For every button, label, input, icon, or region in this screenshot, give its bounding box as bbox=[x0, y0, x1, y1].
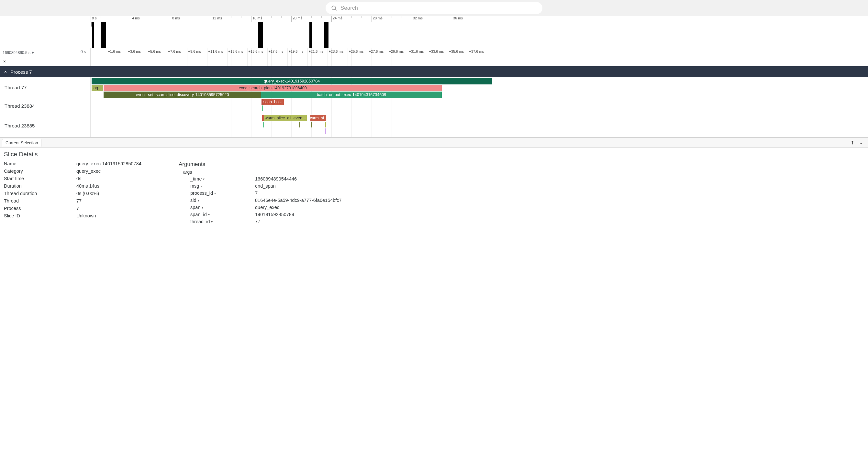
arg-key[interactable]: process_id▾ bbox=[190, 191, 255, 196]
tab-current-selection[interactable]: Current Selection bbox=[2, 139, 41, 147]
thread-label[interactable]: Thread 23884 bbox=[0, 98, 91, 114]
thread-label[interactable]: Thread 23885 bbox=[0, 114, 91, 137]
arg-key[interactable]: msg▾ bbox=[190, 184, 255, 189]
fine-tick-label: +23.6 ms bbox=[329, 50, 344, 53]
detail-value[interactable]: 0s bbox=[76, 176, 166, 181]
detail-key: Category bbox=[4, 168, 69, 174]
thread-canvas[interactable]: scan_hot… bbox=[91, 98, 868, 114]
base-timestamp: 1660894890.5 s + bbox=[3, 50, 34, 55]
trace-slice[interactable]: warm_slice_all_even… bbox=[264, 115, 307, 121]
trace-marker[interactable] bbox=[263, 122, 264, 127]
caret-down-icon[interactable]: ▾ bbox=[211, 220, 213, 224]
ruler-tick: 12 ms bbox=[211, 16, 222, 22]
ruler-tick: 0 s bbox=[91, 16, 97, 22]
tracks-container: Thread 77query_exec-140191592850784log…e… bbox=[0, 77, 868, 137]
trace-slice[interactable]: query_exec-140191592850784 bbox=[92, 78, 492, 85]
thread-row: Thread 23885warm_slice_all_even…warm_sl… bbox=[0, 114, 868, 137]
fine-origin: 0 s bbox=[81, 50, 88, 55]
caret-down-icon[interactable]: ▾ bbox=[203, 177, 205, 181]
arg-value[interactable]: 1660894890544446 bbox=[255, 176, 353, 182]
ruler-tick: 32 ms bbox=[412, 16, 423, 22]
detail-key: Start time bbox=[4, 176, 69, 181]
arg-key[interactable]: thread_id▾ bbox=[190, 219, 255, 224]
fine-tick-label: +13.6 ms bbox=[228, 50, 243, 53]
top-bar bbox=[0, 0, 868, 16]
ruler-tick: 20 ms bbox=[291, 16, 302, 22]
fine-tick-label: +25.6 ms bbox=[349, 50, 364, 53]
arg-value[interactable]: 81646e4e-5a59-4dc9-a777-6fa6e154bfc7 bbox=[255, 198, 353, 203]
fine-ruler[interactable]: 1660894890.5 s + 0 s ⌄ ⌃ +1.6 ms+3.6 ms+… bbox=[0, 48, 868, 66]
trace-slice[interactable]: log… bbox=[92, 85, 103, 91]
thread-label[interactable]: Thread 77 bbox=[0, 77, 91, 98]
caret-down-icon[interactable]: ▾ bbox=[208, 213, 210, 216]
detail-value[interactable]: 77 bbox=[76, 198, 166, 203]
svg-point-0 bbox=[332, 6, 336, 10]
chevron-up-icon[interactable]: ⌃ bbox=[3, 61, 88, 65]
fine-tick-label: +27.6 ms bbox=[369, 50, 384, 53]
detail-key: Duration bbox=[4, 184, 69, 189]
detail-value[interactable]: 0s (0.00%) bbox=[76, 191, 166, 196]
trace-slice[interactable]: batch_output_exec-140194316734608 bbox=[261, 92, 442, 98]
fine-tick-label: +15.6 ms bbox=[249, 50, 264, 53]
arg-value[interactable]: end_span bbox=[255, 184, 353, 189]
trace-slice[interactable] bbox=[262, 115, 264, 121]
ruler-tick: 36 ms bbox=[452, 16, 463, 22]
fine-tick-label: +17.6 ms bbox=[269, 50, 283, 53]
fine-ruler-track[interactable]: +1.6 ms+3.6 ms+5.6 ms+7.6 ms+9.6 ms+11.6… bbox=[91, 48, 868, 66]
trace-marker[interactable] bbox=[299, 122, 300, 127]
caret-down-icon[interactable]: ▾ bbox=[214, 192, 216, 195]
trace-marker[interactable] bbox=[311, 122, 312, 127]
arg-key[interactable]: sid▾ bbox=[190, 198, 255, 203]
scroll-to-top-icon[interactable]: ⤒ bbox=[850, 140, 855, 145]
minimap[interactable] bbox=[0, 22, 868, 48]
arg-value[interactable]: 140191592850784 bbox=[255, 212, 353, 217]
chevron-up-icon[interactable] bbox=[3, 69, 8, 74]
trace-slice[interactable]: warm_sl… bbox=[310, 115, 327, 121]
trace-slice[interactable]: exec_search_plan-140192731896400 bbox=[103, 85, 442, 91]
detail-key: Thread duration bbox=[4, 191, 69, 196]
process-header[interactable]: Process 7 bbox=[0, 66, 868, 77]
caret-down-icon[interactable]: ▾ bbox=[200, 184, 202, 188]
fine-tick-label: +35.6 ms bbox=[449, 50, 464, 53]
ruler-tick: 4 ms bbox=[131, 16, 140, 22]
trace-slice[interactable]: scan_hot… bbox=[264, 99, 284, 105]
arguments-heading: Arguments bbox=[179, 161, 353, 167]
detail-value[interactable]: 7 bbox=[76, 206, 166, 211]
trace-marker[interactable] bbox=[262, 105, 263, 111]
arg-key[interactable]: span_id▾ bbox=[190, 212, 255, 217]
detail-value[interactable]: Unknown bbox=[76, 213, 166, 218]
minimap-block bbox=[309, 22, 312, 48]
detail-value[interactable]: query_exec bbox=[76, 168, 166, 174]
fine-tick-label: +1.6 ms bbox=[108, 50, 121, 53]
fine-tick-label: +19.6 ms bbox=[289, 50, 304, 53]
arg-value[interactable]: query_exec bbox=[255, 205, 353, 210]
arg-key[interactable]: span▾ bbox=[190, 205, 255, 210]
search-box[interactable] bbox=[326, 2, 542, 14]
minimap-block bbox=[101, 22, 106, 48]
thread-canvas[interactable]: query_exec-140191592850784log…exec_searc… bbox=[91, 77, 868, 98]
arg-key[interactable]: _time▾ bbox=[190, 176, 255, 182]
detail-key: Process bbox=[4, 206, 69, 211]
caret-down-icon[interactable]: ▾ bbox=[198, 199, 199, 202]
minimap-block bbox=[92, 22, 94, 48]
detail-value[interactable]: 40ms 14us bbox=[76, 184, 166, 189]
process-title: Process 7 bbox=[10, 69, 32, 75]
fine-tick-label: +33.6 ms bbox=[429, 50, 444, 53]
chevron-down-icon[interactable]: ⌄ bbox=[3, 58, 88, 61]
details-heading: Slice Details bbox=[4, 151, 864, 158]
trace-marker[interactable] bbox=[325, 122, 326, 127]
caret-down-icon[interactable]: ▾ bbox=[202, 206, 203, 209]
args-root[interactable]: args bbox=[179, 169, 353, 175]
trace-slice[interactable] bbox=[261, 99, 264, 105]
fine-tick-label: +5.6 ms bbox=[148, 50, 161, 53]
thread-canvas[interactable]: warm_slice_all_even…warm_sl… bbox=[91, 114, 868, 137]
arg-value[interactable]: 7 bbox=[255, 191, 353, 196]
trace-slice[interactable]: event_set_scan_slice_discovery-140193595… bbox=[103, 92, 261, 98]
chevron-down-icon[interactable]: ⌄ bbox=[859, 140, 863, 145]
arg-value[interactable]: 77 bbox=[255, 219, 353, 224]
overview-ruler[interactable]: 0 s4 ms8 ms12 ms16 ms20 ms24 ms28 ms32 m… bbox=[0, 16, 868, 48]
trace-marker[interactable] bbox=[325, 128, 326, 134]
detail-key: Name bbox=[4, 161, 69, 166]
detail-value[interactable]: query_exec-140191592850784 bbox=[76, 161, 166, 166]
search-input[interactable] bbox=[340, 5, 537, 11]
